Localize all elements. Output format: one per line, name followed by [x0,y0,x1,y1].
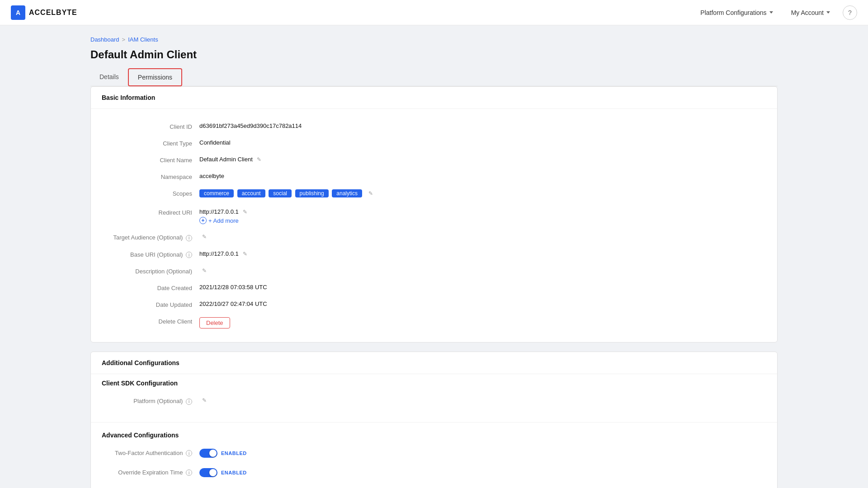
my-account-btn[interactable]: My Account [786,6,835,19]
two-factor-toggle-thumb [209,450,217,457]
redirect-uri-edit-icon[interactable]: ✎ [243,209,247,215]
date-updated-row: Date Updated 2022/10/27 02:47:04 UTC [102,296,766,313]
breadcrumb-iam-clients[interactable]: IAM Clients [128,36,158,43]
advanced-config-title: Advanced Configurations [91,426,777,442]
two-factor-toggle[interactable] [199,449,217,458]
breadcrumb: Dashboard > IAM Clients [90,36,778,43]
tab-details[interactable]: Details [90,68,128,86]
two-factor-row: Two-Factor Authentication i ENABLED [102,444,766,464]
description-value: ✎ [199,267,766,274]
target-audience-value: ✎ [199,233,766,240]
date-created-value: 2021/12/28 07:03:58 UTC [199,284,766,291]
description-row: Description (Optional) ✎ [102,263,766,279]
sdk-config-title: Client SDK Configuration [91,374,777,390]
client-type-row: Client Type Confidential [102,135,766,151]
override-expiration-row: Override Expiration Time i ENABLED [102,464,766,483]
platform-edit-icon[interactable]: ✎ [202,397,207,404]
two-factor-toggle-wrap: ENABLED [199,449,247,458]
date-updated-label: Date Updated [102,300,192,308]
client-id-label: Client ID [102,122,192,130]
target-audience-info-icon: i [186,235,192,241]
help-button[interactable]: ? [843,5,857,20]
main-content: Dashboard > IAM Clients Default Admin Cl… [0,25,868,488]
header-right: Platform Configurations My Account ? [695,5,857,20]
override-expiration-toggle[interactable] [199,468,217,477]
two-factor-toggle-track [199,449,217,458]
logo: A ACCELBYTE [11,5,77,20]
platform-value: ✎ [199,397,766,404]
two-factor-value: ENABLED [199,449,766,459]
scopes-edit-icon[interactable]: ✎ [368,190,373,197]
override-expiration-toggle-wrap: ENABLED [199,468,247,477]
scopes-value: commerce account social publishing analy… [199,189,766,199]
delete-client-row: Delete Client Delete [102,313,766,333]
two-factor-label: Two-Factor Authentication i [102,449,192,457]
delete-client-value: Delete [199,317,766,328]
target-audience-row: Target Audience (Optional) i ✎ [102,229,766,246]
client-name-edit-icon[interactable]: ✎ [257,156,261,163]
sdk-config-body: Platform (Optional) i ✎ [91,390,777,418]
breadcrumb-dashboard[interactable]: Dashboard [90,36,119,43]
logo-text: ACCELBYTE [29,9,77,17]
date-created-label: Date Created [102,284,192,291]
two-factor-info-icon: i [186,450,192,456]
date-created-row: Date Created 2021/12/28 07:03:58 UTC [102,279,766,296]
base-uri-info-icon: i [186,252,192,258]
scope-badge-account: account [237,189,265,197]
base-uri-edit-icon[interactable]: ✎ [243,251,247,257]
base-uri-row: Base URI (Optional) i http://127.0.0.1 ✎ [102,246,766,263]
client-id-row: Client ID d63691bf273a45ed9d390c17c782a1… [102,118,766,135]
target-audience-label: Target Audience (Optional) i [102,233,192,241]
config-divider [91,422,777,422]
add-more-link[interactable]: + + Add more [199,217,239,224]
client-name-row: Client Name Default Admin Client ✎ [102,151,766,168]
basic-info-body: Client ID d63691bf273a45ed9d390c17c782a1… [91,109,777,342]
redirect-uri-value: http://127.0.0.1 ✎ + + Add more [199,208,766,224]
description-edit-icon[interactable]: ✎ [202,267,207,274]
client-type-label: Client Type [102,139,192,147]
platform-info-icon: i [186,399,192,405]
platform-label: Platform (Optional) i [102,397,192,405]
chevron-down-icon [769,11,773,14]
platform-row: Platform (Optional) i ✎ [102,392,766,409]
basic-info-header: Basic Information [91,87,777,109]
tab-permissions[interactable]: Permissions [128,68,182,86]
description-label: Description (Optional) [102,267,192,275]
redirect-uri-row: Redirect URI http://127.0.0.1 ✎ + + Add … [102,204,766,229]
two-factor-toggle-label: ENABLED [221,450,247,456]
client-type-value: Confidential [199,139,766,146]
override-expiration-toggle-thumb [209,469,217,476]
namespace-value: accelbyte [199,173,766,179]
scope-badge-analytics: analytics [332,189,362,197]
base-uri-label: Base URI (Optional) i [102,250,192,258]
delete-client-label: Delete Client [102,317,192,325]
target-audience-edit-icon[interactable]: ✎ [202,234,207,240]
platform-configurations-btn[interactable]: Platform Configurations [695,6,778,19]
question-icon: ? [848,9,852,16]
override-expiration-toggle-track [199,468,217,477]
base-uri-value: http://127.0.0.1 ✎ [199,250,766,257]
header: A ACCELBYTE Platform Configurations My A… [0,0,868,25]
access-token-row: Access Token Expiration 6000 Seconds ✎ [102,483,766,488]
tabs: Details Permissions [90,68,778,86]
scope-badge-publishing: publishing [295,189,329,197]
additional-config-header: Additional Configurations [91,352,777,374]
scopes-row: Scopes commerce account social publishin… [102,185,766,204]
additional-config-card: Additional Configurations Client SDK Con… [90,352,778,488]
scope-badge-commerce: commerce [199,189,234,197]
namespace-label: Namespace [102,173,192,180]
client-name-value: Default Admin Client ✎ [199,156,766,163]
client-name-label: Client Name [102,156,192,164]
plus-circle-icon: + [199,217,207,224]
scopes-label: Scopes [102,189,192,197]
page-title: Default Admin Client [90,48,778,61]
client-id-value: d63691bf273a45ed9d390c17c782a114 [199,122,766,129]
delete-client-button[interactable]: Delete [199,317,230,328]
breadcrumb-separator: > [122,36,126,43]
scope-badge-social: social [269,189,292,197]
namespace-row: Namespace accelbyte [102,168,766,185]
advanced-config-body: Two-Factor Authentication i ENABLED [91,442,777,488]
override-expiration-value: ENABLED [199,468,766,479]
redirect-uri-label: Redirect URI [102,208,192,216]
chevron-down-icon [826,11,830,14]
